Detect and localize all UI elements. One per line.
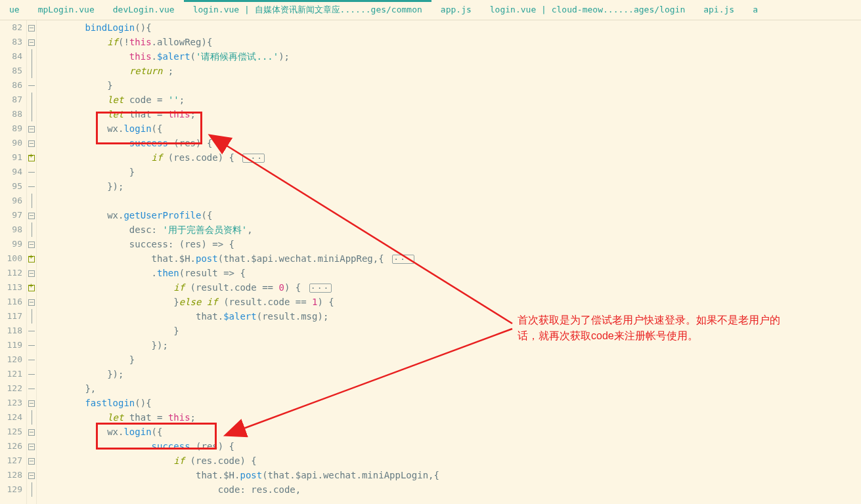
code-line[interactable]: return ; — [41, 64, 861, 78]
fold-gutter[interactable] — [27, 20, 37, 504]
fold-marker — [27, 482, 36, 497]
line-number: 123 — [0, 396, 26, 410]
code-line[interactable]: success (res) { — [41, 439, 861, 453]
line-number: 97 — [0, 208, 26, 222]
code-line[interactable]: fastlogin(){ — [41, 396, 861, 410]
tab-2[interactable]: devLogin.vue — [104, 0, 184, 20]
fold-marker[interactable] — [27, 20, 36, 35]
code-line[interactable]: desc: '用于完善会员资料', — [41, 222, 861, 237]
line-number: 94 — [0, 165, 26, 179]
fold-marker[interactable] — [27, 208, 36, 222]
code-line[interactable]: that.$H.post(that.$api.wechat.miniAppReg… — [41, 251, 861, 266]
tab-bar: uempLogin.vuedevLogin.vuelogin.vue | 自媒体… — [0, 0, 861, 20]
fold-marker — [27, 222, 36, 237]
fold-marker — [27, 107, 36, 121]
fold-marker — [27, 381, 36, 396]
line-number: 98 — [0, 222, 26, 237]
line-number: 129 — [0, 482, 26, 497]
fold-marker[interactable] — [27, 468, 36, 482]
code-line[interactable]: if (res.code) { — [41, 453, 861, 468]
line-number: 95 — [0, 179, 26, 194]
fold-marker — [27, 352, 36, 367]
code-area[interactable]: bindLogin(){ if(!this.allowReg){ this.$a… — [37, 20, 861, 504]
code-line[interactable]: let code = ''; — [41, 93, 861, 107]
code-line[interactable]: } — [41, 165, 861, 179]
code-line[interactable]: } — [41, 78, 861, 93]
line-number: 118 — [0, 324, 26, 338]
tab-4[interactable]: app.js — [431, 0, 481, 20]
fold-marker[interactable] — [27, 439, 36, 453]
fold-marker[interactable] — [27, 251, 36, 266]
fold-marker[interactable] — [27, 453, 36, 468]
fold-marker — [27, 64, 36, 78]
code-line[interactable]: that.$alert(result.msg); — [41, 309, 861, 324]
fold-marker — [27, 179, 36, 194]
code-line[interactable]: if (result.code == 0) { — [41, 280, 861, 295]
line-number: 89 — [0, 121, 26, 136]
line-number: 125 — [0, 425, 26, 439]
code-line[interactable]: code: res.code, — [41, 482, 861, 497]
line-number: 85 — [0, 64, 26, 78]
code-line[interactable]: wx.getUserProfile({ — [41, 208, 861, 222]
fold-marker[interactable] — [27, 425, 36, 439]
fold-marker — [27, 49, 36, 64]
fold-marker[interactable] — [27, 35, 36, 49]
line-number: 83 — [0, 35, 26, 49]
fold-marker[interactable] — [27, 295, 36, 309]
tab-3[interactable]: login.vue | 自媒体资讯新闻文章应......ges/common — [184, 0, 431, 20]
line-number: 127 — [0, 453, 26, 468]
fold-marker[interactable] — [27, 121, 36, 136]
line-number-gutter: 8283848586878889909194959697989910011211… — [0, 20, 27, 504]
fold-marker — [27, 324, 36, 338]
tab-0[interactable]: ue — [0, 0, 29, 20]
code-line[interactable]: success: (res) => { — [41, 237, 861, 251]
code-line[interactable]: }else if (result.code == 1) { — [41, 295, 861, 309]
code-line[interactable]: }, — [41, 381, 861, 396]
code-line[interactable]: wx.login({ — [41, 121, 861, 136]
fold-marker[interactable] — [27, 136, 36, 150]
code-line[interactable] — [41, 194, 861, 208]
code-line[interactable]: bindLogin(){ — [41, 20, 861, 35]
fold-marker[interactable] — [27, 150, 36, 165]
fold-marker — [27, 410, 36, 425]
fold-marker — [27, 93, 36, 107]
code-line[interactable]: this.$alert('请稍候再偿试...'); — [41, 49, 861, 64]
line-number: 99 — [0, 237, 26, 251]
fold-marker — [27, 165, 36, 179]
fold-marker[interactable] — [27, 237, 36, 251]
code-line[interactable]: }); — [41, 338, 861, 352]
code-line[interactable]: }); — [41, 179, 861, 194]
code-line[interactable]: let that = this; — [41, 410, 861, 425]
code-line[interactable]: success (res) { — [41, 136, 861, 150]
folded-code-icon[interactable] — [242, 154, 265, 163]
code-line[interactable]: } — [41, 352, 861, 367]
tab-6[interactable]: api.js — [694, 0, 743, 20]
folded-code-icon[interactable] — [309, 284, 332, 293]
code-line[interactable]: } — [41, 324, 861, 338]
code-line[interactable]: .then(result => { — [41, 266, 861, 280]
fold-marker[interactable] — [27, 280, 36, 295]
code-line[interactable]: }); — [41, 367, 861, 381]
line-number: 128 — [0, 468, 26, 482]
tab-5[interactable]: login.vue | cloud-meow......ages/login — [481, 0, 694, 20]
code-editor[interactable]: 8283848586878889909194959697989910011211… — [0, 20, 861, 504]
line-number: 87 — [0, 93, 26, 107]
fold-marker — [27, 78, 36, 93]
code-line[interactable]: let that = this; — [41, 107, 861, 121]
line-number: 121 — [0, 367, 26, 381]
line-number: 112 — [0, 266, 26, 280]
fold-marker — [27, 309, 36, 324]
code-line[interactable]: if (res.code) { — [41, 150, 861, 165]
line-number: 122 — [0, 381, 26, 396]
code-line[interactable]: that.$H.post(that.$api.wechat.miniAppLog… — [41, 468, 861, 482]
line-number: 117 — [0, 309, 26, 324]
code-line[interactable]: if(!this.allowReg){ — [41, 35, 861, 49]
line-number: 124 — [0, 410, 26, 425]
fold-marker[interactable] — [27, 396, 36, 410]
tab-7[interactable]: a — [743, 0, 767, 20]
folded-code-icon[interactable] — [392, 255, 414, 264]
fold-marker[interactable] — [27, 266, 36, 280]
tab-1[interactable]: mpLogin.vue — [29, 0, 104, 20]
code-line[interactable]: wx.login({ — [41, 425, 861, 439]
line-number: 126 — [0, 439, 26, 453]
